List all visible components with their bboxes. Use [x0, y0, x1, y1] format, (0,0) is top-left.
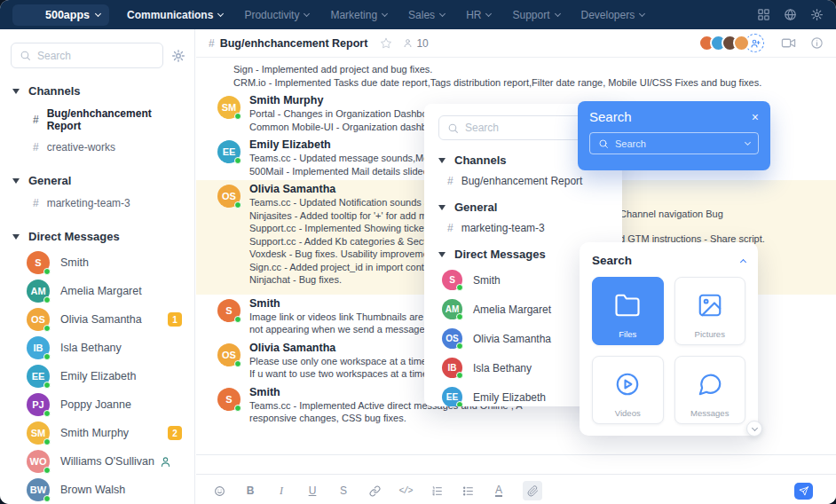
search-panel-title: Search: [592, 254, 632, 267]
dm-name: Smith: [473, 274, 501, 287]
avatar-initials: EE: [446, 392, 458, 402]
collapse-triangle-icon: [438, 158, 446, 163]
nav-menu-marketing[interactable]: Marketing: [330, 9, 387, 21]
chevron-down-icon: [751, 425, 757, 431]
top-navbar: 500apps CommunicationsProductivityMarket…: [0, 0, 836, 29]
sidebar-channel-marketing-team-3[interactable]: #marketing-team-3: [0, 193, 194, 214]
settings-gear-icon[interactable]: [810, 8, 824, 21]
nav-menu-support[interactable]: Support: [512, 9, 559, 21]
collapse-triangle-icon: [12, 178, 20, 184]
avatar: WO: [27, 450, 50, 473]
avatar: PJ: [27, 393, 50, 416]
general-section-header[interactable]: General: [0, 169, 194, 193]
strikethrough-button[interactable]: S: [336, 484, 351, 498]
tile-label: Messages: [675, 408, 745, 418]
nav-menu-sales[interactable]: Sales: [408, 9, 445, 21]
avatar: S: [217, 388, 241, 411]
switcher-channel-marketing-team-3[interactable]: #marketing-team-3: [447, 222, 608, 234]
member-icon: [403, 38, 413, 48]
tile-messages[interactable]: Messages: [674, 356, 746, 424]
sidebar-dm-smith[interactable]: SSmith: [0, 248, 194, 277]
apps-grid-icon[interactable]: [757, 8, 770, 21]
sidebar-channel-creative-works[interactable]: #creative-works: [0, 137, 194, 158]
dm-name: Poppy Joanne: [60, 398, 131, 411]
nav-menu-developers[interactable]: Developers: [581, 9, 645, 21]
tile-pictures[interactable]: Pictures: [674, 277, 746, 345]
online-dot: [234, 360, 241, 367]
chevron-down-icon[interactable]: [745, 139, 751, 146]
switcher-channel-bug-enhancement-report[interactable]: #Bug/enhancement Report: [447, 175, 608, 187]
sidebar-channel-bug-enhchancement-report[interactable]: #Bug/enhchancement Report: [0, 103, 194, 137]
online-dot: [456, 313, 463, 320]
channel-name: Bug/enhancement Report: [461, 175, 583, 187]
section-title: General: [28, 174, 71, 187]
hash-icon: #: [447, 175, 453, 187]
tile-label: Videos: [593, 408, 663, 418]
online-dot: [456, 372, 463, 379]
chevron-down-icon: [304, 11, 310, 17]
sidebar-dm-brown-walsh[interactable]: BWBrown Walsh: [0, 476, 194, 504]
sidebar-dm-emily-elizabeth[interactable]: EEEmily Elizabeth: [0, 362, 194, 390]
code-button[interactable]: </>: [398, 484, 413, 498]
unordered-list-button[interactable]: [461, 484, 475, 498]
tile-videos[interactable]: Videos: [592, 356, 664, 424]
section-title: Channels: [28, 84, 81, 98]
avatar-initials: PJ: [32, 399, 43, 410]
direct-messages-section-header[interactable]: Direct Messages: [0, 224, 194, 248]
search-popup-input[interactable]: Search: [589, 132, 759, 154]
video-call-icon[interactable]: [780, 35, 797, 51]
app-switcher-logo[interactable]: 500apps: [12, 4, 109, 26]
attachment-button[interactable]: [523, 481, 542, 500]
online-dot: [456, 343, 463, 350]
sidebar-settings-gear-icon[interactable]: [171, 49, 185, 63]
online-dot: [43, 467, 51, 474]
bold-button[interactable]: B: [243, 484, 257, 498]
link-icon: [369, 485, 381, 497]
switcher-general-header[interactable]: General: [438, 201, 608, 214]
nav-menu-label: Support: [512, 9, 549, 21]
avatar: SM: [27, 421, 50, 445]
app-window: 500apps CommunicationsProductivityMarket…: [0, 0, 836, 504]
chevron-down-icon: [95, 11, 101, 17]
search-icon: [598, 138, 609, 149]
close-icon[interactable]: ×: [752, 111, 759, 123]
avatar: SM: [217, 96, 241, 119]
link-button[interactable]: [367, 484, 382, 498]
member-avatars[interactable]: [698, 35, 750, 51]
underline-button[interactable]: U: [305, 484, 319, 498]
sidebar-dm-poppy-joanne[interactable]: PJPoppy Joanne: [0, 390, 194, 419]
channels-section-header[interactable]: Channels: [0, 79, 194, 103]
sidebar-dm-smith-murphy[interactable]: SMSmith Murphy2: [0, 419, 194, 447]
sidebar-dm-isla-bethany[interactable]: IBIsla Bethany: [0, 334, 194, 362]
scroll-handle-button[interactable]: [746, 421, 762, 437]
ordered-list-button[interactable]: [430, 484, 444, 498]
message-composer[interactable]: BIUS</>A: [196, 454, 836, 504]
picture-icon: [697, 292, 723, 319]
star-channel-icon[interactable]: [380, 37, 392, 50]
sidebar-dm-olivia-samantha[interactable]: OSOlivia Samantha1: [0, 305, 194, 334]
tile-files[interactable]: Files: [592, 277, 664, 345]
italic-button[interactable]: I: [274, 484, 288, 498]
tile-label: Files: [593, 329, 663, 339]
sidebar-dm-amelia-margaret[interactable]: AMAmelia Margaret: [0, 277, 194, 305]
sidebar-dm-williams-o-sullivan[interactable]: WOWilliams O'Sullivan: [0, 447, 194, 476]
avatar-initials: S: [449, 275, 455, 285]
nav-menu-label: Developers: [581, 9, 635, 21]
nav-menu-hr[interactable]: HR: [466, 9, 491, 21]
globe-icon[interactable]: [784, 8, 797, 21]
emoji-button[interactable]: [212, 484, 226, 498]
text-color-button[interactable]: A: [492, 484, 506, 498]
online-dot: [43, 353, 51, 360]
ordered-list-icon: [431, 485, 443, 497]
online-dot: [43, 495, 51, 502]
member-count[interactable]: 10: [403, 37, 428, 50]
nav-menu-communications[interactable]: Communications: [127, 9, 223, 21]
send-button[interactable]: [794, 483, 813, 500]
avatar-initials: S: [35, 257, 41, 268]
chevron-up-icon[interactable]: [740, 258, 746, 264]
info-icon[interactable]: [810, 36, 824, 50]
sidebar-search-input[interactable]: Search: [11, 43, 163, 68]
nav-menu-productivity[interactable]: Productivity: [244, 9, 309, 21]
search-placeholder: Search: [465, 122, 499, 134]
avatar-initials: AM: [30, 286, 45, 296]
